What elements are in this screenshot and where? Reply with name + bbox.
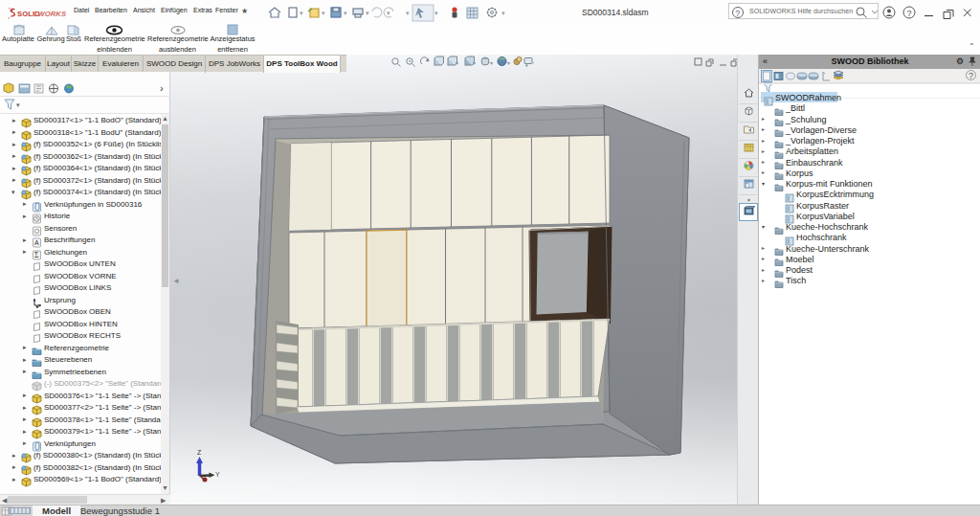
svg-text:?: ? [735,9,740,18]
svg-text:▾: ▾ [533,60,534,66]
svg-text:▾: ▾ [490,60,493,66]
svg-text:A: A [34,239,39,246]
svg-text:Z: Z [197,449,202,456]
svg-text:Y: Y [215,471,220,478]
svg-text:▾: ▾ [406,10,410,16]
svg-text:▾: ▾ [456,60,458,66]
svg-text:▾: ▾ [300,10,303,16]
svg-text:▾: ▾ [501,10,505,16]
svg-text:SOLID: SOLID [17,10,40,18]
svg-text:▾: ▾ [434,10,438,16]
svg-text:▾: ▾ [473,60,476,66]
svg-text:◄: ◄ [172,277,180,285]
svg-text:▾: ▾ [507,60,510,66]
svg-text:▾: ▾ [322,10,325,16]
svg-text:?: ? [907,9,912,18]
svg-text:▾: ▾ [344,10,347,16]
svg-text:▾: ▾ [16,101,20,108]
svg-text:▾: ▾ [366,10,369,16]
svg-text:▾: ▾ [387,10,390,16]
svg-text:WORKS: WORKS [38,10,67,18]
